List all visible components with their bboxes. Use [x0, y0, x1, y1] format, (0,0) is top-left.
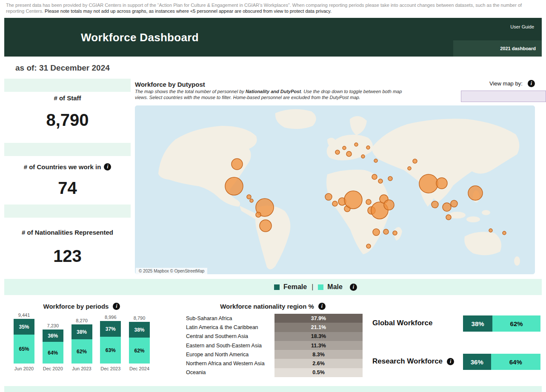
period-column[interactable]: 7,23036%64%Dec 2020 — [43, 323, 63, 373]
male-legend-swatch — [318, 284, 323, 290]
link-2021-dashboard[interactable]: 2021 dashboard — [453, 40, 542, 57]
divider-band — [4, 143, 131, 156]
map-bubble[interactable] — [408, 167, 411, 170]
map-bubble[interactable] — [247, 195, 251, 199]
map-bubble[interactable] — [361, 155, 365, 158]
info-icon[interactable]: i — [447, 358, 454, 365]
male-segment[interactable]: 63% — [100, 337, 121, 364]
map-bubble[interactable] — [373, 229, 380, 236]
period-column[interactable]: 9,44135%65%Jun 2020 — [14, 312, 34, 373]
male-segment[interactable]: 62% — [129, 338, 150, 364]
female-legend-swatch — [274, 284, 280, 290]
view-map-by: View map by: i — [489, 80, 535, 87]
map-bubble[interactable] — [436, 178, 447, 189]
map-bubble[interactable] — [250, 199, 253, 202]
map-bubble[interactable] — [489, 229, 492, 232]
workforce-by-periods-chart: Workforce by periods i 9,44135%65%Jun 20… — [6, 303, 157, 373]
map-bubble[interactable] — [451, 200, 457, 207]
period-stacked-bar: 35%65% — [14, 319, 34, 364]
map-bubble[interactable] — [366, 199, 371, 205]
map-bubble[interactable] — [468, 186, 483, 200]
stat-label-nationalities: # of Nationalities Represented — [4, 229, 131, 236]
map-bubble[interactable] — [384, 200, 394, 210]
map-bubble[interactable] — [383, 229, 389, 234]
bottom-band — [4, 386, 542, 392]
region-label: Latin America & the Caribbean — [183, 323, 274, 332]
period-axis-label: Dec 2023 — [100, 364, 121, 373]
period-total-label: 8,996 — [100, 315, 121, 320]
info-icon[interactable]: i — [318, 303, 326, 310]
nationality-region-chart: Workforce nationality region % i Sub-Sah… — [183, 303, 363, 377]
map-bubble[interactable] — [388, 176, 392, 181]
female-segment[interactable]: 38% — [463, 315, 492, 332]
map-bubble[interactable] — [335, 150, 340, 154]
region-row[interactable]: Latin America & the Caribbean21.1% — [183, 323, 363, 332]
male-segment[interactable]: 62% — [492, 315, 540, 332]
dutypost-map[interactable]: © 2025 Mapbox © OpenStreetMap — [135, 105, 535, 274]
map-bubble[interactable] — [260, 220, 272, 232]
periods-chart-header: Workforce by periods i — [6, 303, 157, 310]
info-icon[interactable]: i — [350, 284, 357, 291]
male-segment[interactable]: 62% — [71, 339, 92, 364]
male-segment[interactable]: 64% — [491, 354, 540, 370]
map-bubble[interactable] — [503, 231, 506, 235]
female-segment[interactable]: 37% — [100, 321, 121, 337]
map-view-dropdown[interactable] — [461, 91, 546, 102]
female-segment[interactable]: 35% — [14, 319, 34, 335]
period-stacked-bar: 37%63% — [100, 321, 121, 364]
map-bubble[interactable] — [346, 151, 352, 156]
as-of-date: as of: 31 December 2024 — [15, 63, 110, 73]
info-icon[interactable]: i — [104, 163, 111, 170]
female-segment[interactable]: 38% — [71, 324, 92, 339]
map-description-pre: The map shows the the total number of pe… — [135, 89, 246, 94]
map-bubble[interactable] — [325, 193, 332, 200]
period-column[interactable]: 8,99637%63%Dec 2023 — [100, 315, 121, 373]
region-label: Central and Southern Asia — [183, 332, 274, 341]
male-segment[interactable]: 65% — [14, 335, 34, 364]
female-segment[interactable]: 38% — [129, 322, 150, 338]
male-segment[interactable]: 64% — [43, 342, 63, 364]
female-segment[interactable]: 36% — [463, 354, 491, 370]
region-value-bar: 37.9% — [274, 314, 363, 323]
region-row[interactable]: Central and Southern Asia18.3% — [183, 332, 363, 341]
header-bar: Workforce Dashboard User Guide 2021 dash… — [4, 18, 542, 57]
map-bubble[interactable] — [413, 159, 417, 163]
period-total-label: 8,790 — [129, 315, 150, 321]
region-row[interactable]: Oceania0.5% — [183, 368, 363, 377]
world-map[interactable] — [135, 105, 535, 274]
region-label: Northern Africa and Western Asia — [183, 359, 274, 368]
period-column[interactable]: 8,27038%62%Jun 2023 — [71, 318, 92, 373]
region-chart-title: Workforce nationality region % — [220, 303, 314, 310]
region-row[interactable]: Europe and North America8.3% — [183, 350, 363, 359]
female-segment[interactable]: 36% — [43, 330, 63, 342]
map-bubble[interactable] — [366, 244, 371, 248]
map-bubble[interactable] — [225, 177, 243, 195]
period-column[interactable]: 8,79038%62%Dec 2024 — [129, 315, 150, 373]
male-legend-label: Male — [327, 283, 343, 291]
map-bubble[interactable] — [372, 174, 377, 179]
map-bubble[interactable] — [446, 215, 451, 220]
region-row[interactable]: Northern Africa and Western Asia2.6% — [183, 359, 363, 368]
user-guide-link[interactable]: User Guide — [510, 24, 534, 29]
map-bubble[interactable] — [332, 201, 337, 206]
map-bubble[interactable] — [343, 146, 346, 150]
disclaimer: The present data has been provided by CG… — [0, 0, 546, 14]
map-bubble[interactable] — [344, 191, 362, 209]
map-bubble[interactable] — [419, 174, 438, 193]
region-row[interactable]: Sub-Saharan Africa37.9% — [183, 314, 363, 323]
map-bubble[interactable] — [354, 143, 358, 146]
map-bubble[interactable] — [374, 159, 377, 162]
map-bubble[interactable] — [366, 146, 370, 149]
divider-band — [4, 205, 131, 218]
map-bubble[interactable] — [232, 159, 243, 170]
map-bubble[interactable] — [256, 212, 261, 217]
info-icon[interactable]: i — [113, 303, 120, 310]
region-row[interactable]: Eastern and South-Eastern Asia11.3% — [183, 341, 363, 350]
info-icon[interactable]: i — [528, 80, 535, 87]
map-bubble[interactable] — [432, 201, 438, 208]
map-bubble[interactable] — [393, 231, 397, 235]
map-bubble[interactable] — [378, 179, 383, 183]
map-bubble[interactable] — [443, 203, 451, 211]
map-attribution[interactable]: © 2025 Mapbox © OpenStreetMap — [136, 268, 207, 274]
region-value-bar: 0.5% — [274, 368, 363, 377]
